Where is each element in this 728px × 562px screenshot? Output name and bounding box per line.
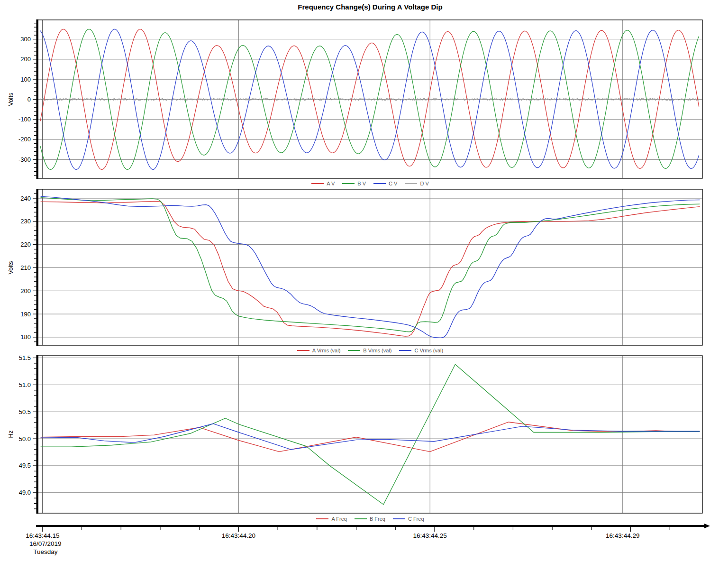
y-axis-label-hz: Hz: [7, 406, 14, 463]
y-tick-label: 240: [20, 195, 31, 202]
y-axis-spine: [36, 355, 39, 514]
x-tick-label: 16:43:44.20: [222, 532, 255, 539]
legend-label: D V: [420, 181, 428, 186]
y-tick-label: 230: [20, 218, 31, 225]
axis-day-label: Tuesday: [33, 548, 58, 555]
series-b-vrms-val-: [41, 198, 700, 332]
y-tick-label: 49.0: [19, 489, 31, 496]
legend-label: A V: [327, 181, 335, 186]
legend-label: C V: [389, 181, 397, 186]
legend-label: B Freq: [370, 516, 385, 522]
legend-label: B V: [357, 181, 366, 186]
legend-item-a-v: A V: [311, 181, 335, 186]
legend-label: C Vrms (val): [414, 348, 443, 353]
y-axis-spine: [36, 189, 39, 346]
y-tick-label: 300: [20, 36, 31, 43]
chart-canvas: 3002001000-100-200-300240230220210200190…: [0, 0, 728, 562]
y-tick-label: 50.0: [19, 435, 31, 442]
legend-item-c-freq: C Freq: [393, 516, 424, 522]
trend-chart-page: Frequency Change(s) During A Voltage Dip…: [0, 0, 728, 562]
axis-date-label: 16/07/2019: [29, 540, 62, 547]
legend-item-b-vrms-val-: B Vrms (val): [348, 348, 391, 353]
legend-item-a-vrms-val-: A Vrms (val): [297, 348, 341, 353]
legend-line-swatch: [399, 350, 411, 351]
panel-0: 3002001000-100-200-300: [18, 19, 702, 179]
y-axis-spine: [36, 19, 39, 179]
x-tick-label: 16:43:44.29: [606, 532, 639, 539]
legend-line-swatch: [405, 183, 417, 184]
y-tick-label: 51.5: [19, 354, 31, 361]
legend-line-swatch: [316, 518, 328, 519]
y-tick-label: 210: [20, 264, 31, 271]
y-tick-label: 50.5: [19, 408, 31, 415]
legend-rms: A Vrms (val)B Vrms (val)C Vrms (val): [38, 347, 702, 354]
x-tick-label: 16:43:44.25: [413, 532, 447, 539]
x-tick-label: 16:43:44.15: [26, 532, 59, 539]
legend-label: A Vrms (val): [312, 348, 341, 353]
y-tick-label: 180: [20, 333, 31, 341]
series-c-freq: [41, 424, 700, 450]
legend-line-swatch: [297, 350, 309, 351]
y-axis-label-volts-rms: Volts: [7, 240, 14, 296]
legend-line-swatch: [311, 183, 324, 184]
legend-item-b-v: B V: [342, 181, 366, 186]
series-b-freq: [41, 364, 700, 505]
y-tick-label: 220: [20, 241, 31, 248]
y-tick-label: -300: [18, 156, 31, 163]
panel-2: 51.551.050.550.049.549.0: [19, 354, 702, 514]
legend-label: C Freq: [408, 516, 424, 522]
legend-line-swatch: [348, 350, 360, 351]
y-tick-label: 49.5: [19, 462, 31, 469]
legend-line-swatch: [342, 183, 355, 184]
panel-border: [38, 356, 702, 513]
legend-line-swatch: [393, 518, 405, 519]
legend-item-a-freq: A Freq: [316, 516, 346, 522]
legend-line-swatch: [355, 518, 367, 519]
y-tick-label: 200: [20, 55, 31, 63]
legend-item-d-v: D V: [405, 181, 428, 186]
y-axis-label-volts-waveform: Volts: [7, 71, 14, 128]
y-tick-label: 200: [20, 287, 31, 295]
panel-border: [38, 189, 702, 345]
y-tick-label: 100: [20, 76, 31, 83]
y-tick-label: 51.0: [19, 381, 31, 388]
series-a-freq: [41, 422, 700, 452]
legend-label: B Vrms (val): [363, 348, 391, 353]
axis-arrow-icon: [704, 524, 710, 528]
legend-freq: A FreqB FreqC Freq: [38, 515, 702, 523]
legend-line-swatch: [373, 183, 386, 184]
series-c-vrms-val-: [41, 196, 700, 338]
legend-item-c-vrms-val-: C Vrms (val): [399, 348, 443, 353]
legend-item-c-v: C V: [373, 181, 397, 186]
time-axis: 16:43:44.1516:43:44.2016:43:44.2516:43:4…: [26, 524, 710, 555]
legend-label: A Freq: [331, 516, 346, 522]
y-tick-label: 0: [27, 96, 31, 103]
legend-waveform: A VB VC VD V: [38, 180, 702, 187]
y-tick-label: -100: [18, 116, 31, 123]
legend-item-b-freq: B Freq: [355, 516, 385, 522]
y-tick-label: -200: [18, 136, 31, 143]
panel-1: 240230220210200190180: [20, 189, 702, 346]
y-tick-label: 190: [20, 311, 31, 318]
chart-title: Frequency Change(s) During A Voltage Dip: [38, 3, 702, 11]
